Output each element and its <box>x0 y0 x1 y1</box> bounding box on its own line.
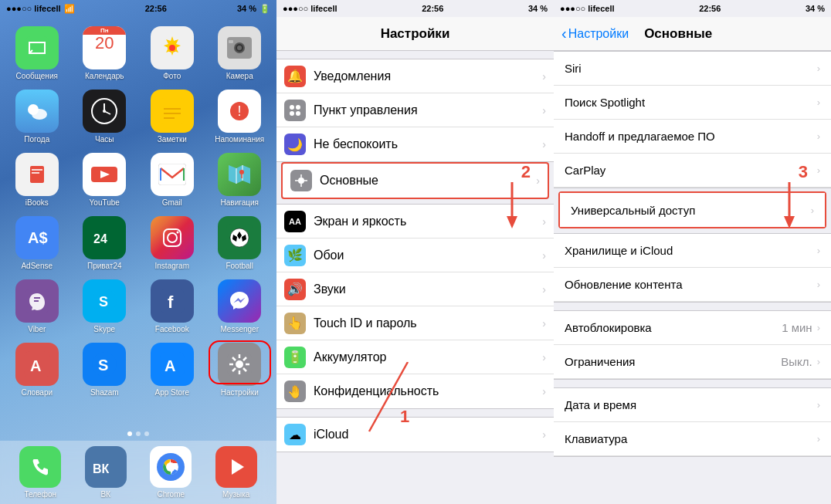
app-icon-messages <box>15 26 59 69</box>
settings-row-display[interactable]: AA Экран и яркость › <box>276 205 554 238</box>
app-youtube[interactable]: YouTube <box>76 153 134 207</box>
app-messages[interactable]: Сообщения <box>8 26 66 80</box>
label-autolock: Автоблокировка <box>565 321 782 334</box>
phone1-home: ●●●○○ lifecell 📶 22:56 34 % 🔋 Сообщения … <box>0 0 276 504</box>
app-label-ibooks: iBooks <box>10 198 64 207</box>
settings-row-notifications[interactable]: 🔔 Уведомления › <box>276 59 554 93</box>
phone2-settings: ●●●○○ lifecell 22:56 34 % Настройки 🔔 Ув… <box>276 0 554 504</box>
app-skype[interactable]: S Skype <box>76 279 134 333</box>
app-icon-privat: 24 <box>83 216 126 259</box>
chevron-accessibility: › <box>811 205 814 216</box>
settings-row-battery[interactable]: 🔋 Аккумулятор › <box>276 340 554 374</box>
app-messenger[interactable]: Messenger <box>211 279 270 333</box>
settings-row-controlcenter[interactable]: Пункт управления › <box>276 93 554 127</box>
app-shazam[interactable]: S Shazam <box>76 343 134 397</box>
settings-row-wallpaper[interactable]: 🌿 Обои › <box>276 238 554 272</box>
general-row-accessibility[interactable]: Универсальный доступ › <box>560 193 825 227</box>
general-row-handoff[interactable]: Handoff и предлагаемое ПО › <box>554 120 831 154</box>
label-touchid: Touch ID и пароль <box>314 316 542 330</box>
page-dots <box>0 431 276 436</box>
time-display: 22:56 <box>145 4 167 13</box>
settings-row-general[interactable]: Основные › <box>283 164 548 198</box>
battery-text: 34 % <box>237 4 256 13</box>
back-button[interactable]: ‹ Настройки <box>561 25 629 42</box>
settings-row-sounds[interactable]: 🔊 Звуки › <box>276 272 554 306</box>
app-viber[interactable]: Viber <box>8 279 66 333</box>
settings-section-general-highlighted: Основные › <box>281 162 549 199</box>
general-row-storage[interactable]: Хранилище и iCloud › <box>554 234 831 268</box>
general-list: Siri › Поиск Spotlight › Handoff и предл… <box>554 51 831 504</box>
time-3: 22:56 <box>699 4 721 13</box>
svg-point-2 <box>169 45 175 51</box>
svg-text:!: ! <box>238 103 242 119</box>
dot-1 <box>127 431 132 436</box>
app-maps[interactable]: Навигация <box>211 153 270 207</box>
settings-row-touchid[interactable]: 👆 Touch ID и пароль › <box>276 306 554 340</box>
general-row-keyboard[interactable]: Клавиатура › <box>554 422 831 456</box>
dock-phone[interactable]: Телефон <box>13 446 67 499</box>
svg-point-67 <box>166 462 175 472</box>
app-adsense[interactable]: A$ AdSense <box>8 216 66 270</box>
label-restrictions: Ограничения <box>565 355 781 368</box>
icon-display: AA <box>284 211 306 232</box>
label-dnd: Не беспокоить <box>314 137 542 151</box>
settings-nav-bar: Настройки <box>276 17 554 51</box>
settings-row-privacy[interactable]: 🤚 Конфиденциальность › <box>276 374 554 408</box>
general-row-restrictions[interactable]: Ограничения Выкл. › <box>554 345 831 379</box>
app-label-settings: Настройки <box>212 388 266 397</box>
app-instagram[interactable]: Instagram <box>143 216 202 270</box>
app-icon-football <box>218 216 261 259</box>
app-grid: Сообщения Пн 20 Календарь Фото Камера <box>0 19 276 404</box>
app-privat[interactable]: 24 Приват24 <box>76 216 134 270</box>
general-row-carplay[interactable]: CarPlay › <box>554 154 831 188</box>
app-football[interactable]: Football <box>211 216 270 270</box>
general-row-bgrefresh[interactable]: Обновление контента › <box>554 268 831 302</box>
label-privacy: Конфиденциальность <box>314 384 542 398</box>
chevron-touchid: › <box>542 317 546 330</box>
general-row-spotlight[interactable]: Поиск Spotlight › <box>554 86 831 120</box>
battery-icon: 🔋 <box>259 4 270 14</box>
general-row-siri[interactable]: Siri › <box>554 52 831 86</box>
chevron-storage: › <box>817 245 820 256</box>
icon-touchid: 👆 <box>284 313 306 334</box>
app-reminders[interactable]: ! Напоминания <box>211 90 270 144</box>
app-slovari[interactable]: А Словари <box>8 343 66 397</box>
battery-3: 34 % <box>806 4 825 13</box>
dock-chrome[interactable]: Chrome <box>144 446 198 499</box>
app-notes[interactable]: Заметки <box>143 90 202 144</box>
settings-title: Настройки <box>381 26 450 42</box>
app-icon-viber <box>15 279 59 323</box>
svg-text:S: S <box>98 357 108 374</box>
app-icon-ibooks <box>15 153 59 196</box>
app-ibooks[interactable]: iBooks <box>8 153 66 207</box>
settings-general-wrapper: Основные › <box>281 162 549 199</box>
general-group-3: Хранилище и iCloud › Обновление контента… <box>554 233 831 303</box>
app-label-privat: Приват24 <box>77 262 131 270</box>
app-gmail[interactable]: Gmail <box>143 153 202 207</box>
dock-icon-vk: ВК <box>85 446 127 488</box>
label-accessibility: Универсальный доступ <box>571 204 811 217</box>
app-weather[interactable]: Погода <box>8 90 66 144</box>
app-clock[interactable]: Часы <box>76 90 134 144</box>
app-facebook[interactable]: f Facebook <box>143 279 202 333</box>
app-photos[interactable]: Фото <box>143 26 202 80</box>
app-calendar[interactable]: Пн 20 Календарь <box>76 26 134 80</box>
app-camera[interactable]: Камера <box>211 26 270 80</box>
icon-icloud: ☁ <box>284 424 306 445</box>
app-label-messages: Сообщения <box>10 72 64 80</box>
dock-icon-music <box>215 446 257 488</box>
settings-row-dnd[interactable]: 🌙 Не беспокоить › <box>276 127 554 161</box>
general-row-datetime[interactable]: Дата и время › <box>554 388 831 422</box>
chevron-handoff: › <box>817 130 820 142</box>
app-appstore[interactable]: A App Store <box>143 343 202 397</box>
settings-row-icloud[interactable]: ☁ iCloud › <box>276 418 554 452</box>
app-settings[interactable]: Настройки <box>211 343 270 397</box>
settings-section-2: AA Экран и яркость › 🌿 Обои › 🔊 Звуки › … <box>276 204 554 409</box>
icon-controlcenter <box>284 100 306 121</box>
dock-vk[interactable]: ВК ВК <box>79 446 133 499</box>
carrier-wifi: ●●●○○ lifecell 📶 <box>6 4 75 14</box>
dock-music[interactable]: Музыка <box>209 446 263 499</box>
label-sounds: Звуки <box>314 282 542 296</box>
general-row-autolock[interactable]: Автоблокировка 1 мин › <box>554 311 831 345</box>
chevron-battery: › <box>542 351 546 364</box>
